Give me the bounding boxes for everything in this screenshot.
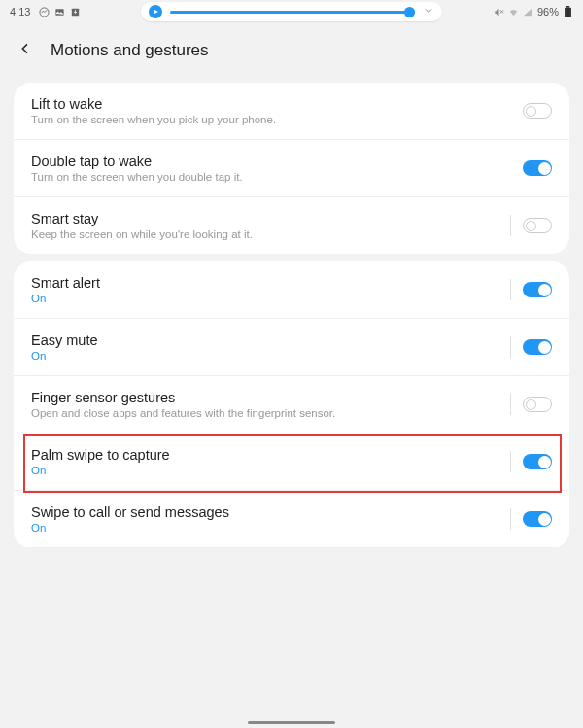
signal-icon [523, 6, 534, 17]
mute-icon [494, 6, 505, 17]
row-smart-alert[interactable]: Smart alert On [14, 261, 569, 319]
toggle-double-tap-to-wake[interactable] [523, 160, 552, 176]
status-right: 96% [494, 6, 573, 17]
divider [510, 215, 511, 236]
wifi-icon [508, 6, 520, 17]
media-slider[interactable] [170, 11, 415, 14]
row-subtitle: Turn on the screen when you pick up your… [31, 114, 523, 125]
toggle-lift-to-wake[interactable] [523, 103, 552, 119]
row-title: Easy mute [31, 332, 510, 348]
media-bar[interactable] [141, 2, 442, 21]
svg-rect-5 [566, 6, 568, 8]
battery-icon [562, 6, 573, 17]
row-status: On [31, 465, 510, 476]
row-title: Double tap to wake [31, 154, 523, 169]
play-icon[interactable] [149, 5, 162, 18]
row-double-tap-to-wake[interactable]: Double tap to wake Turn on the screen wh… [14, 140, 569, 197]
toggle-palm-swipe-to-capture[interactable] [523, 454, 552, 469]
row-status: On [31, 293, 510, 304]
divider [510, 508, 511, 530]
svg-rect-1 [55, 9, 63, 15]
back-icon[interactable] [17, 39, 33, 61]
row-status: On [31, 350, 510, 362]
download-icon [69, 6, 81, 17]
row-title: Finger sensor gestures [31, 390, 510, 405]
toggle-finger-sensor-gestures[interactable] [523, 397, 552, 412]
toggle-easy-mute[interactable] [523, 339, 552, 355]
page-title: Motions and gestures [51, 41, 209, 60]
row-subtitle: Keep the screen on while you're looking … [31, 228, 510, 240]
row-title: Lift to wake [31, 96, 523, 112]
status-left: 4:13 [10, 6, 81, 17]
row-title: Swipe to call or send messages [31, 504, 510, 520]
row-title: Smart alert [31, 275, 510, 291]
row-smart-stay[interactable]: Smart stay Keep the screen on while you'… [14, 197, 569, 254]
divider [510, 336, 511, 358]
row-title: Smart stay [31, 211, 510, 226]
divider [510, 451, 511, 472]
row-palm-swipe-to-capture[interactable]: Palm swipe to capture On [14, 433, 569, 491]
image-icon [53, 6, 65, 17]
row-status: On [31, 522, 510, 534]
settings-card-2: Smart alert On Easy mute On Finger senso… [14, 261, 569, 548]
toggle-smart-alert[interactable] [523, 282, 552, 297]
toggle-smart-stay[interactable] [523, 218, 552, 233]
row-subtitle: Turn on the screen when you double tap i… [31, 171, 523, 183]
status-time: 4:13 [10, 6, 30, 17]
row-finger-sensor-gestures[interactable]: Finger sensor gestures Open and close ap… [14, 376, 569, 433]
page-header: Motions and gestures [0, 23, 583, 75]
row-title: Palm swipe to capture [31, 447, 510, 463]
chevron-down-icon[interactable] [423, 5, 434, 19]
home-indicator[interactable] [248, 721, 335, 724]
row-subtitle: Open and close apps and features with th… [31, 407, 510, 419]
divider [510, 279, 511, 300]
toggle-swipe-to-call[interactable] [523, 511, 552, 527]
svg-rect-6 [565, 8, 571, 17]
divider [510, 394, 511, 415]
messenger-icon [38, 6, 50, 17]
row-easy-mute[interactable]: Easy mute On [14, 319, 569, 376]
row-swipe-to-call[interactable]: Swipe to call or send messages On [14, 491, 569, 548]
settings-card-1: Lift to wake Turn on the screen when you… [14, 83, 569, 254]
battery-text: 96% [537, 6, 559, 17]
row-lift-to-wake[interactable]: Lift to wake Turn on the screen when you… [14, 83, 569, 140]
